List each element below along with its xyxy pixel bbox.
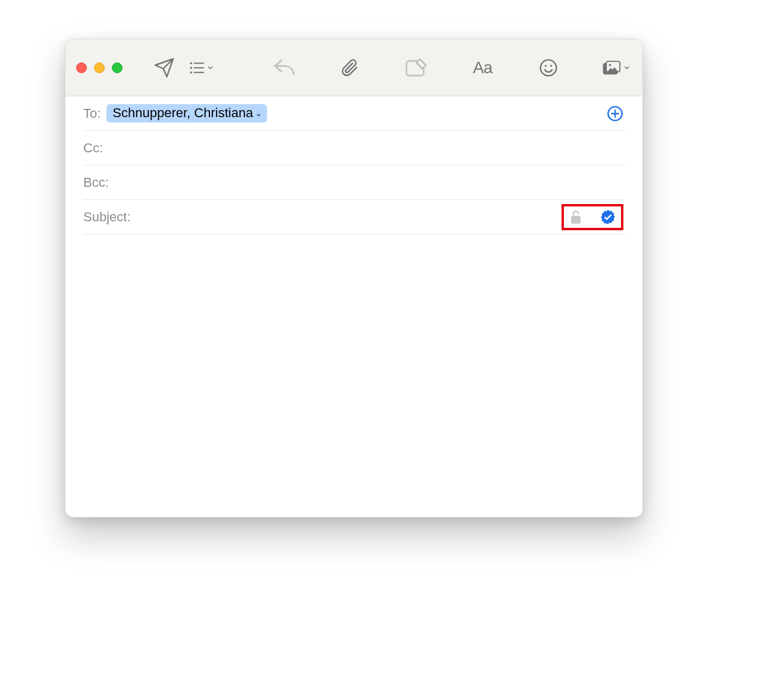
send-button[interactable] (152, 56, 176, 80)
svg-rect-16 (571, 216, 581, 224)
svg-point-12 (609, 64, 611, 66)
photo-browser-button[interactable] (603, 56, 629, 80)
cc-label: Cc: (83, 140, 103, 156)
bcc-input[interactable] (115, 174, 625, 191)
cc-row: Cc: (83, 131, 625, 165)
plus-circle-icon (607, 105, 623, 122)
svg-point-7 (541, 59, 557, 76)
chevron-down-icon (208, 64, 213, 71)
emoji-icon (539, 58, 558, 77)
to-row: To: Schnupperer, Christiana ⌄ (83, 96, 625, 131)
attachment-icon (341, 57, 360, 79)
signing-button[interactable] (600, 209, 616, 225)
recipient-name: Schnupperer, Christiana (112, 105, 253, 121)
to-label: To: (83, 106, 101, 121)
minimize-window-button[interactable] (94, 62, 105, 73)
security-indicators-highlight (562, 204, 623, 230)
photo-browser-icon (603, 58, 621, 77)
format-button[interactable]: Aa (471, 56, 494, 80)
svg-point-2 (190, 67, 193, 69)
markup-attachment-icon (405, 58, 428, 77)
recipient-chip[interactable]: Schnupperer, Christiana ⌄ (106, 104, 267, 123)
bcc-label: Bcc: (83, 175, 109, 190)
list-icon (189, 59, 205, 76)
subject-input[interactable] (137, 209, 562, 225)
verified-seal-icon (600, 209, 616, 225)
header-fields: To: Schnupperer, Christiana ⌄ (65, 96, 642, 234)
window-controls (76, 62, 123, 73)
reply-button[interactable] (272, 56, 296, 80)
cc-value[interactable] (109, 140, 625, 156)
zoom-window-button[interactable] (112, 62, 123, 73)
unlock-icon (569, 209, 583, 225)
reply-icon (273, 58, 296, 77)
subject-value[interactable] (137, 209, 562, 225)
attach-button[interactable] (338, 56, 362, 80)
subject-label: Subject: (83, 209, 131, 225)
header-fields-menu-button[interactable] (189, 56, 213, 80)
close-window-button[interactable] (76, 62, 87, 73)
message-body-area (65, 234, 642, 517)
svg-point-9 (550, 65, 552, 67)
to-value[interactable]: Schnupperer, Christiana ⌄ (106, 104, 607, 123)
chevron-down-icon (624, 64, 629, 71)
compose-window: Aa (65, 39, 643, 518)
bcc-row: Bcc: (83, 165, 625, 200)
encryption-button[interactable] (569, 209, 583, 225)
svg-point-8 (545, 65, 547, 67)
add-recipient-button[interactable] (607, 105, 623, 122)
subject-row: Subject: (83, 200, 625, 234)
message-body-input[interactable] (83, 242, 625, 510)
send-icon (153, 57, 175, 79)
cc-input[interactable] (109, 140, 625, 156)
chevron-down-icon: ⌄ (255, 108, 262, 118)
markup-button[interactable] (404, 56, 428, 80)
svg-point-0 (190, 62, 193, 64)
emoji-button[interactable] (537, 56, 560, 80)
toolbar: Aa (65, 39, 642, 96)
bcc-value[interactable] (115, 174, 625, 191)
svg-point-4 (190, 71, 193, 73)
text-format-icon: Aa (473, 58, 492, 77)
